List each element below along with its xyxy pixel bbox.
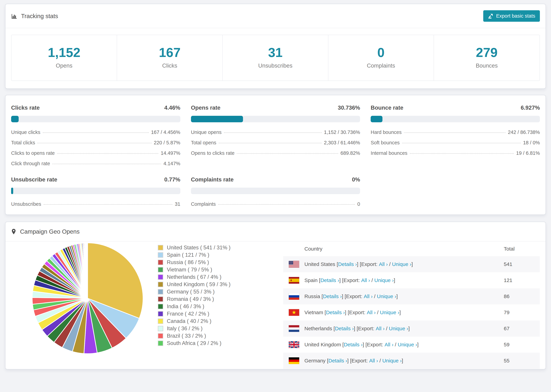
geo-header: Campaign Geo Opens — [6, 222, 545, 241]
rate-block-complaints-rate: Complaints rate0%Complaints0 — [191, 176, 360, 207]
details-link[interactable]: Details › — [320, 277, 339, 283]
rate-progress-track — [11, 116, 180, 122]
rate-progress-track — [371, 116, 540, 122]
country-cell: Vietnam [Details ›] [Export: All › / Uni… — [288, 309, 504, 316]
total-cell: 541 — [504, 261, 540, 267]
dotted-leader — [43, 132, 149, 133]
table-row-vn: Vietnam [Details ›] [Export: All › / Uni… — [283, 304, 540, 321]
legend-label: Romania ( 49 / 3% ) — [167, 296, 214, 302]
details-link[interactable]: Details › — [338, 261, 357, 267]
export-all-link[interactable]: All › — [376, 326, 385, 331]
export-unique-link[interactable]: Unique › — [380, 309, 399, 315]
stat-label: Complaints — [330, 63, 432, 69]
rate-detail-value: 167 / 4.456% — [151, 129, 180, 135]
export-unique-link[interactable]: Unique › — [398, 342, 417, 348]
rate-progress-track — [11, 188, 180, 194]
legend-color-chip — [158, 341, 163, 346]
bracket-close: ] — [408, 326, 410, 331]
rate-detail-value: 18 / 0% — [523, 140, 540, 146]
legend-color-chip — [158, 260, 163, 265]
export-all-link[interactable]: All › — [369, 358, 378, 364]
rate-value: 6.927% — [521, 105, 540, 111]
legend-label: Canada ( 40 / 2% ) — [167, 318, 211, 324]
rates-grid: Clicks rate4.46%Unique clicks167 / 4.456… — [11, 105, 540, 207]
rate-detail-value: 242 / 86.738% — [508, 129, 540, 135]
stat-box-opens: 1,152Opens — [11, 35, 117, 81]
export-unique-link[interactable]: Unique › — [377, 294, 396, 299]
details-link[interactable]: Details › — [335, 326, 354, 331]
geo-table-body: United States [Details ›] [Export: All ›… — [283, 256, 540, 369]
stat-value: 279 — [436, 46, 538, 59]
bracket-close: ] — [394, 277, 395, 283]
legend-item: Italy ( 36 / 2% ) — [158, 325, 231, 332]
stat-value: 1,152 — [13, 46, 115, 59]
details-link[interactable]: Details › — [328, 358, 347, 364]
details-link[interactable]: Details › — [344, 342, 363, 348]
bracket-close: ] — [399, 309, 401, 315]
table-row-nl: Netherlands [Details ›] [Export: All › /… — [283, 321, 540, 336]
geo-pie-chart — [31, 242, 144, 355]
export-unique-link[interactable]: Unique › — [392, 261, 411, 267]
dotted-leader — [402, 143, 521, 143]
rate-progress-fill — [191, 116, 243, 122]
rate-block-unsubscribe-rate: Unsubscribe rate0.77%Unsubscribes31 — [11, 176, 180, 207]
rate-detail-row: Internal bounces19 / 6.81% — [371, 150, 540, 156]
tracking-stats-header: Tracking stats Export basic stats — [6, 4, 545, 28]
table-row-ru: Russia [Details ›] [Export: All › / Uniq… — [283, 288, 540, 304]
country-cell: Spain [Details ›] [Export: All › / Uniqu… — [288, 277, 504, 284]
country-column-header: Country — [283, 246, 504, 252]
legend-color-chip — [158, 333, 163, 339]
rate-detail-label: Unique clicks — [11, 129, 40, 135]
export-all-link[interactable]: All › — [367, 309, 376, 315]
legend-color-chip — [158, 267, 163, 273]
geo-table: Country Total United States [Details ›] … — [283, 241, 540, 369]
rate-detail-row: Complaints0 — [191, 201, 360, 207]
rate-detail-row: Unsubscribes31 — [11, 201, 180, 207]
details-link[interactable]: Details › — [323, 294, 342, 299]
total-column-header: Total — [504, 246, 540, 252]
total-cell: 67 — [504, 326, 540, 331]
rate-block-bounce-rate: Bounce rate6.927%Hard bounces242 / 86.73… — [371, 105, 540, 166]
rate-detail-row: Total clicks220 / 5.87% — [11, 140, 180, 146]
rate-title: Opens rate — [191, 105, 220, 111]
total-cell: 55 — [504, 358, 540, 364]
rate-detail-row: Unique opens1,152 / 30.736% — [191, 129, 360, 135]
export-unique-link[interactable]: Unique › — [382, 358, 402, 364]
export-basic-stats-button[interactable]: Export basic stats — [483, 10, 540, 22]
details-link[interactable]: Details › — [326, 309, 345, 315]
rate-detail-label: Unique opens — [191, 129, 222, 135]
legend-color-chip — [158, 289, 163, 294]
export-all-link[interactable]: All › — [385, 342, 394, 348]
rate-progress-fill — [371, 116, 382, 122]
pie-svg — [31, 242, 144, 355]
rate-value: 0% — [352, 176, 360, 183]
stat-box-bounces: 279Bounces — [434, 35, 540, 81]
export-unique-link[interactable]: Unique › — [389, 326, 408, 331]
stat-label: Opens — [13, 63, 115, 69]
bracket-text: ] [Export: — [345, 309, 367, 315]
geo-legend: United States ( 541 / 31% )Spain ( 121 /… — [158, 244, 231, 347]
bracket-close: ] — [396, 294, 398, 299]
slash-text: / — [388, 261, 392, 267]
rate-detail-label: Opens to clicks rate — [191, 150, 235, 156]
rate-detail-value: 220 / 5.87% — [154, 140, 180, 146]
export-icon — [488, 13, 493, 19]
export-all-link[interactable]: All › — [361, 277, 370, 283]
country-name: Germany [ — [304, 358, 328, 364]
stat-value: 31 — [224, 46, 326, 59]
export-all-link[interactable]: All › — [379, 261, 388, 267]
slash-text: / — [378, 358, 382, 364]
legend-label: France ( 42 / 2% ) — [167, 311, 209, 317]
table-row-es: Spain [Details ›] [Export: All › / Uniqu… — [283, 272, 540, 288]
export-unique-link[interactable]: Unique › — [374, 277, 394, 283]
rate-detail-label: Soft bounces — [371, 140, 400, 146]
legend-item: Germany ( 55 / 3% ) — [158, 288, 231, 295]
rate-detail-row: Click through rate4.147% — [11, 161, 180, 166]
export-all-link[interactable]: All › — [364, 294, 373, 299]
country-cell: Netherlands [Details ›] [Export: All › /… — [288, 325, 504, 332]
rate-detail-row: Opens to clicks rate689.82% — [191, 150, 360, 156]
dotted-leader — [219, 143, 322, 143]
rate-detail-value: 14.497% — [161, 150, 180, 156]
flag-ru-icon — [288, 293, 300, 300]
rate-title: Bounce rate — [371, 105, 403, 111]
